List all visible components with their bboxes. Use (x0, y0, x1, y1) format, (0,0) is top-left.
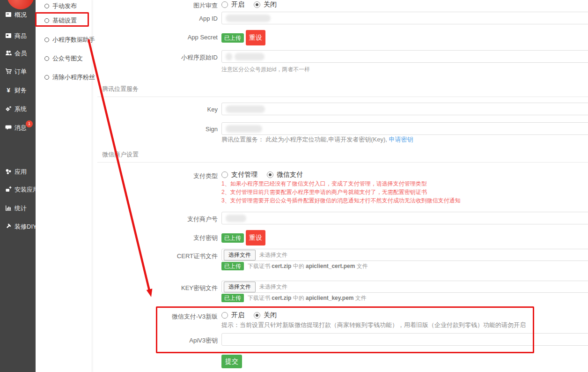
sidebar-item-messages[interactable]: 消息 1 (5, 124, 27, 132)
sidebar-item-goods[interactable]: 商品 (5, 32, 27, 40)
radio-option-label[interactable]: 关闭 (264, 0, 277, 9)
original-id-help: 注意区分公众号原始id，两者不一样 (221, 66, 310, 74)
pay-secret-reset-button[interactable]: 重设 (246, 230, 265, 246)
app-id-input[interactable] (221, 12, 588, 24)
key-file-input[interactable]: 选择文件 未选择文件 (221, 281, 588, 293)
sidebar-item-finance[interactable]: ¥ 财务 (5, 87, 27, 94)
radio-dot-icon (44, 37, 49, 42)
sidebar-item-orders[interactable]: 订单 (5, 68, 27, 75)
redacted-value (226, 53, 232, 60)
pay-secret-label: 支付密钥 (92, 234, 218, 242)
image-review-radio-group: 开启 关闭 (221, 0, 286, 9)
avatar[interactable] (7, 0, 34, 9)
members-icon (5, 50, 12, 58)
key-no-file-text: 未选择文件 (259, 283, 287, 291)
image-review-off-radio[interactable] (254, 1, 260, 8)
merchant-id-input[interactable] (221, 212, 588, 224)
pay-type-wechat-radio[interactable] (267, 171, 273, 178)
finance-icon: ¥ (5, 87, 12, 95)
sign-label: Sign (92, 126, 218, 133)
sign-input[interactable] (221, 122, 588, 135)
wxpay-v3-hint: 提示：当前设置只针对新版微信提现打款（商家转账到零钱功能），用着旧版（企业付款到… (221, 321, 526, 329)
wxpay-v3-on-radio[interactable] (221, 312, 228, 319)
pay-type-manage-radio[interactable] (221, 171, 228, 178)
apiv3-label: ApiV3密钥 (92, 336, 218, 345)
stats-icon (5, 205, 12, 213)
submenu-item-clear-miniprogram-fans[interactable]: 清除小程序粉丝 (44, 74, 95, 81)
radio-dot-icon (44, 75, 49, 80)
radio-option-label[interactable]: 支付管理 (231, 171, 257, 179)
sidebar-item-label: 统计 (15, 204, 27, 213)
sidebar-item-overview[interactable]: 概况 (5, 11, 27, 19)
radio-option-label[interactable]: 开启 (231, 311, 244, 320)
orders-icon (5, 68, 12, 76)
sidebar-item-label: 商品 (15, 32, 27, 40)
image-review-on-radio[interactable] (221, 1, 228, 8)
original-id-input[interactable] (221, 50, 588, 63)
app-secret-reset-button[interactable]: 重设 (246, 30, 265, 45)
redacted-value (226, 105, 265, 113)
key-uploaded-badge: 已上传 (221, 294, 244, 302)
submenu-item-miniprogram-data-assistant[interactable]: 小程序数据助手 (44, 36, 95, 44)
key-label: Key (92, 106, 218, 113)
radio-dot-icon (44, 18, 49, 23)
goods-icon (5, 32, 12, 40)
main-sidebar: 概况 商品 会员 订单 ¥ 财务 系统 消息 1 应用 安装应用 统计 装修DI… (0, 0, 36, 372)
sidebar-item-label: 会员 (15, 49, 27, 58)
app-secret-label: App Secret (92, 34, 218, 41)
system-icon (5, 105, 12, 113)
submit-button[interactable]: 提交 (221, 355, 242, 368)
message-count-badge: 1 (26, 120, 33, 127)
app-id-label: App ID (92, 15, 218, 22)
sidebar-item-members[interactable]: 会员 (5, 50, 27, 57)
sign-help-text: 腾讯位置服务： 此处为小程序定位功能,申请开发者密钥(Key), (221, 136, 387, 143)
diy-hammer-icon (5, 223, 12, 231)
pay-type-note-2: 2、支付管理目前只需要配置小程序里申请的商户号就能支付了，无需配置密钥证书 (221, 188, 427, 196)
key-upload-desc: 下载证书 cert.zip 中的 apiclient_key.pem 文件 (248, 294, 367, 302)
radio-option-label[interactable]: 关闭 (264, 311, 277, 320)
sidebar-item-install-apps[interactable]: 安装应用 (5, 186, 39, 193)
sidebar-item-stats[interactable]: 统计 (5, 205, 27, 212)
sidebar-item-label: 消息 (15, 124, 27, 132)
image-review-label: 图片审查 (92, 1, 218, 10)
redacted-value (226, 15, 271, 22)
merchant-id-label: 支付商户号 (92, 215, 218, 223)
redacted-value (235, 53, 265, 60)
apiv3-input[interactable] (221, 333, 588, 346)
sidebar-item-label: 应用 (15, 168, 27, 176)
cert-upload-status-row: 已上传 下载证书 cert.zip 中的 apiclient_cert.pem … (221, 261, 368, 271)
key-input[interactable] (221, 103, 588, 115)
submenu-item-manual-publish[interactable]: 手动发布 (44, 2, 77, 10)
pay-type-note-3: 3、支付管理需要开启公众号插件配置好微信的消息通知才行不然支付成功无法收到微信支… (221, 197, 461, 205)
radio-option-label[interactable]: 微信支付 (277, 171, 303, 179)
redacted-value (226, 215, 246, 222)
pay-secret-uploaded-button[interactable]: 已上传 (221, 233, 244, 243)
section-title-tencent-location: 腾讯位置服务 (102, 85, 139, 93)
section-title-wechat-merchant: 微信商户设置 (102, 150, 139, 159)
apps-icon (5, 168, 12, 176)
cert-choose-file-button[interactable]: 选择文件 (224, 250, 256, 260)
radio-option-label[interactable]: 开启 (231, 0, 244, 9)
pay-type-note-1: 1、如果小程序里已经没有了微信支付入口，变成了支付管理，请选择支付管理类型 (221, 180, 427, 188)
sidebar-item-label: 系统 (15, 105, 27, 113)
submenu-item-label: 清除小程序粉丝 (52, 73, 95, 82)
sidebar-item-system[interactable]: 系统 (5, 105, 27, 113)
key-choose-file-button[interactable]: 选择文件 (224, 282, 256, 292)
submenu-item-label: 手动发布 (52, 2, 77, 10)
original-id-label: 小程序原始ID (92, 53, 218, 62)
section-divider (97, 97, 588, 97)
sidebar-item-apps[interactable]: 应用 (5, 168, 27, 176)
radio-dot-icon (44, 56, 49, 61)
sidebar-item-label: 财务 (15, 86, 27, 95)
radio-dot-icon (44, 4, 49, 8)
cert-file-input[interactable]: 选择文件 未选择文件 (221, 249, 588, 261)
sidebar-item-decor-diy[interactable]: 装修DIY (5, 223, 37, 231)
apply-key-link[interactable]: 申请密钥 (389, 136, 413, 143)
submenu-item-basic-settings[interactable]: 基础设置 (44, 17, 77, 24)
submenu-item-official-account-articles[interactable]: 公众号图文 (44, 55, 83, 62)
redacted-value (226, 125, 262, 133)
key-upload-status-row: 已上传 下载证书 cert.zip 中的 apiclient_key.pem 文… (221, 293, 367, 303)
app-secret-uploaded-button[interactable]: 已上传 (221, 33, 244, 43)
settings-submenu: 手动发布 基础设置 小程序数据助手 公众号图文 清除小程序粉丝 (36, 0, 92, 372)
wxpay-v3-off-radio[interactable] (254, 312, 260, 319)
